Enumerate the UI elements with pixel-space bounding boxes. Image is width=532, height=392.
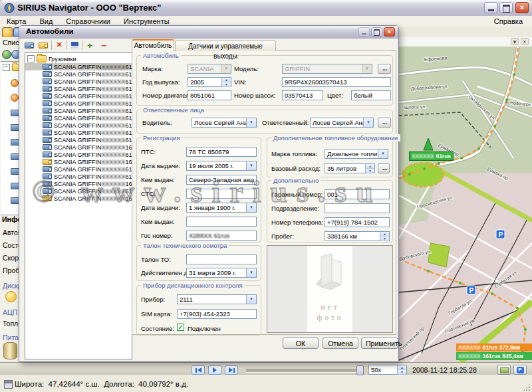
chevron-down-icon[interactable]: ▼ bbox=[246, 118, 256, 127]
mileage-input[interactable] bbox=[325, 232, 380, 241]
spinner-arrows-icon[interactable]: ▲▼ bbox=[397, 365, 406, 374]
tree-item[interactable]: SCANIA GRIFFIN ХХХХХХ 61rus bbox=[25, 129, 132, 136]
parking-marker[interactable]: P bbox=[467, 286, 475, 294]
map-panel[interactable]: P P ЕфремоваДобролюбова ул.Щорса ул.Октя… bbox=[399, 47, 532, 362]
phone-input[interactable] bbox=[325, 217, 390, 227]
responsible-select[interactable]: Лосев Сергей Анатоль▼ bbox=[310, 118, 374, 128]
sidebar-tree-root[interactable]: Грузовики bbox=[1, 62, 19, 72]
tree-item[interactable]: SCANIA GRIFFIN ХХХХХХ 61rus bbox=[25, 122, 132, 129]
chassis-number-input[interactable] bbox=[282, 90, 323, 100]
spinner-arrows-icon[interactable]: ▲▼ bbox=[365, 164, 374, 173]
add-vehicle-icon[interactable] bbox=[39, 41, 49, 50]
globe-icon[interactable] bbox=[2, 50, 11, 59]
tree-item[interactable]: SCANIA GRIFFIN ХХХХХХ 161rus bbox=[25, 144, 132, 151]
tree-item[interactable]: SCANIA GRIFFIN ХХХХХХ 61rus bbox=[25, 107, 132, 114]
make-select[interactable]: SCANIA▼ bbox=[188, 64, 231, 74]
year-input[interactable] bbox=[188, 78, 221, 86]
dialog-maximize-button[interactable] bbox=[371, 27, 382, 37]
remove-icon[interactable]: − bbox=[98, 41, 109, 50]
chevron-down-icon[interactable]: ▼ bbox=[363, 118, 373, 127]
timeline-slider-thumb[interactable] bbox=[356, 365, 364, 375]
tree-item[interactable]: SCANIA GRIFFIN ХХХХХХ 61rus bbox=[25, 85, 132, 92]
tree-item[interactable]: SCANIA GRIFFIN ХХХХХХ 61rus bbox=[25, 136, 132, 144]
sts-issuer-input[interactable] bbox=[186, 217, 257, 227]
tree-item[interactable]: SCANIA GRIFFIN ХХХХХХ 161rus bbox=[25, 158, 132, 165]
map-close-icon[interactable]: × bbox=[521, 38, 529, 45]
tree-item[interactable]: SCANIA GRIFFIN ХХХХХХ 161rus bbox=[25, 180, 132, 187]
vehicle-map-label[interactable]: ХХХХХХ 61rus bbox=[409, 151, 454, 161]
pts-date-picker[interactable]: 19 июля 2005 г.▼ bbox=[186, 161, 257, 171]
restore-button[interactable] bbox=[499, 2, 513, 13]
tree-item[interactable]: SCANIA GRIFFIN ХХХХХХ 61rus bbox=[25, 165, 132, 173]
events-folder-icon-button[interactable] bbox=[497, 365, 511, 375]
parking-marker[interactable]: P bbox=[496, 230, 505, 239]
expand-icon[interactable] bbox=[3, 64, 10, 71]
sts-input[interactable] bbox=[186, 189, 257, 199]
tab-sensors[interactable]: Датчики и управляемые выходы bbox=[175, 41, 276, 51]
valid-until-date-picker[interactable]: 31 марта 2009 г.▼ bbox=[186, 268, 257, 278]
vin-input[interactable] bbox=[282, 77, 391, 87]
dialog-minimize-button[interactable] bbox=[358, 27, 370, 37]
chevron-down-icon[interactable]: ▼ bbox=[378, 149, 388, 158]
tree-item[interactable]: SCANIA GRIFFIN ХХХХХХ 61rus bbox=[25, 78, 132, 85]
chevron-down-icon[interactable]: ▼ bbox=[246, 161, 256, 170]
spinner-arrows-icon[interactable]: ▲▼ bbox=[221, 78, 231, 86]
persons-browse-button[interactable] bbox=[378, 118, 391, 128]
play-button[interactable] bbox=[208, 365, 221, 375]
cancel-button[interactable]: Отмена bbox=[323, 338, 358, 349]
save-icon[interactable] bbox=[69, 41, 80, 50]
garage-number-input[interactable] bbox=[325, 189, 390, 199]
skip-back-button[interactable] bbox=[192, 365, 205, 375]
chevron-down-icon[interactable]: ▼ bbox=[246, 295, 256, 304]
year-stepper[interactable]: ▲▼ bbox=[188, 77, 231, 87]
collapse-icon[interactable] bbox=[27, 55, 35, 62]
vehicle-list-icon[interactable] bbox=[25, 41, 35, 50]
division-input[interactable] bbox=[325, 203, 390, 213]
menu-help[interactable]: Справка bbox=[494, 17, 523, 26]
ok-button[interactable]: ОК bbox=[283, 338, 319, 349]
close-button[interactable]: × bbox=[515, 2, 529, 13]
timeline-slider[interactable] bbox=[246, 369, 362, 373]
plate-number-input[interactable]: Х288ХХ 61rus bbox=[186, 231, 257, 241]
dialog-close-button[interactable]: × bbox=[384, 27, 395, 37]
sim-card-input[interactable] bbox=[177, 309, 257, 319]
minimize-button[interactable] bbox=[484, 2, 497, 13]
tree-item[interactable]: SCANIA GRIFFIN ХХХХХХ 61rus bbox=[25, 114, 132, 122]
chevron-down-icon[interactable]: ▼ bbox=[221, 64, 231, 73]
apply-button[interactable]: Применить bbox=[361, 338, 398, 349]
vehicle-tree[interactable]: Грузовики SCANIA GRIFFIN ХХХХХХ 61rusSCA… bbox=[25, 52, 132, 359]
device-select[interactable]: 2111▼ bbox=[177, 294, 257, 304]
color-input[interactable] bbox=[351, 90, 391, 100]
tree-item[interactable]: SCANIA GRIFFIN ХХХХХХ 61rus bbox=[25, 187, 132, 195]
fuel-type-select[interactable]: Дизельное топливо▼ bbox=[325, 149, 388, 159]
map[interactable]: P P ЕфремоваДобролюбова ул.Щорса ул.Октя… bbox=[399, 47, 532, 362]
pts-input[interactable] bbox=[186, 147, 257, 157]
sts-date-picker[interactable]: 1 января 1900 г.▼ bbox=[186, 203, 257, 213]
map-collapse-icon[interactable]: ▾ bbox=[511, 38, 519, 45]
pan-tool-icon[interactable] bbox=[2, 27, 13, 38]
consumption-stepper[interactable]: ▲▼ bbox=[325, 163, 375, 173]
parking-icon-button[interactable]: P bbox=[513, 365, 527, 375]
skip-forward-button[interactable] bbox=[225, 365, 238, 375]
tree-item[interactable]: SCANIA GRIFFIN ХХХХХХ 61rus bbox=[25, 92, 132, 100]
chevron-down-icon[interactable]: ▼ bbox=[246, 268, 256, 277]
tree-item[interactable]: SCANIA GRIFFIN ХХХХХХ 61rus bbox=[25, 100, 132, 107]
engine-number-input[interactable] bbox=[188, 90, 231, 100]
tab-vehicle[interactable]: Автомобиль bbox=[132, 39, 174, 51]
spinner-arrows-icon[interactable]: ▲▼ bbox=[380, 232, 389, 241]
resize-grip[interactable] bbox=[523, 383, 531, 391]
mileage-stepper[interactable]: ▲▼ bbox=[325, 231, 390, 241]
inspection-ticket-input[interactable] bbox=[186, 254, 257, 264]
tree-root[interactable]: Грузовики bbox=[25, 53, 132, 63]
consumption-browse-button[interactable] bbox=[378, 163, 390, 173]
speed-input[interactable] bbox=[369, 365, 397, 374]
tree-item[interactable]: SCANIA GRIFFIN ХХХХХХ 61rus bbox=[25, 151, 132, 158]
chevron-down-icon[interactable]: ▼ bbox=[246, 203, 256, 212]
connected-checkbox[interactable] bbox=[177, 324, 184, 331]
delete-icon[interactable]: ✕ bbox=[54, 41, 65, 50]
tree-item[interactable]: SCANIA GRIFFIN ХХХХХХ 61rus bbox=[25, 70, 132, 78]
add-icon[interactable]: + bbox=[84, 41, 95, 50]
tree-item[interactable]: SCANIA GRIFFIN ХХХХХХ 61rus bbox=[25, 63, 132, 70]
model-select[interactable]: GRIFFIN▼ bbox=[282, 64, 372, 74]
chevron-down-icon[interactable]: ▼ bbox=[362, 64, 372, 73]
